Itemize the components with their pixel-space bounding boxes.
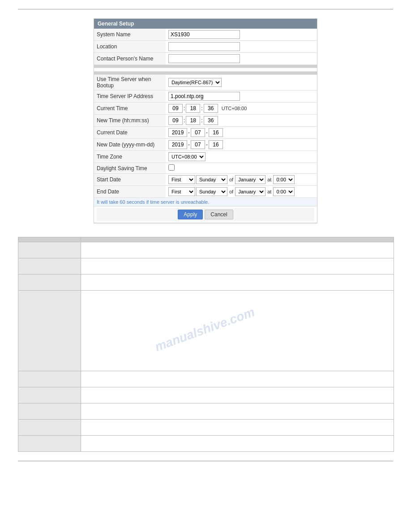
setup-table: System Name Location Contact Person's Na… [94,29,317,223]
new-date-label: New Date (yyyy-mm-dd) [94,139,166,151]
button-row: Apply Cancel [94,206,317,223]
ref-row-5 [18,371,394,387]
new-time-sep-2: : [201,117,202,124]
ref-row-7-col2 [81,403,394,420]
contact-value-cell [166,53,317,65]
start-day-select[interactable]: Sunday Monday Tuesday Wednesday Thursday… [196,175,227,184]
ref-row-9-col1 [18,436,81,452]
use-time-server-row: Use Time Server when Bootup Daytime(RFC-… [94,75,317,90]
ref-row-6 [18,387,394,403]
location-row: Location [94,41,317,53]
ref-row-9 [18,436,394,452]
location-value-cell [166,41,317,53]
system-name-label: System Name [94,29,166,41]
new-date-value-cell: - - [166,139,317,151]
end-day-select[interactable]: Sunday Monday Tuesday Wednesday Thursday… [196,187,227,196]
ref-table-wrapper [18,237,394,452]
new-date-day[interactable] [209,140,223,149]
bottom-divider [18,461,393,461]
contact-row: Contact Person's Name [94,53,317,65]
ref-row-8-col1 [18,420,81,436]
section-divider-row [94,65,317,68]
date-sep-2: - [206,129,208,136]
ref-row-1 [18,242,394,258]
use-time-server-select[interactable]: Daytime(RFC-867) NTP None [168,78,222,87]
ref-table-header-row [18,237,394,242]
location-input[interactable] [168,42,240,51]
current-time-sec[interactable] [204,104,218,113]
time-server-ip-label: Time Server IP Address [94,90,166,103]
apply-button[interactable]: Apply [178,210,203,219]
current-time-hour[interactable] [168,104,183,113]
new-time-label: New Time (hh:mm:ss) [94,115,166,127]
ref-row-2-col1 [18,258,81,275]
new-date-sep-2: - [206,142,208,148]
ref-row-2-col2 [81,258,394,275]
ref-col1-header [18,237,81,242]
location-label: Location [94,41,166,53]
new-time-min[interactable] [186,116,200,125]
ref-row-6-col1 [18,387,81,403]
new-date-row: New Date (yyyy-mm-dd) - - [94,139,317,151]
ref-col2-header [81,237,394,242]
time-server-ip-row: Time Server IP Address [94,90,317,103]
new-date-sep-1: - [188,142,190,148]
system-name-input[interactable] [168,30,240,39]
start-date-label: Start Date [94,174,166,186]
new-time-sec[interactable] [204,116,218,125]
time-server-ip-input[interactable] [168,92,240,101]
ref-row-1-col2 [81,242,394,258]
end-date-value-cell: First Second Third Fourth Last Sunday Mo… [166,186,317,198]
panel-header: General Setup [94,19,317,29]
dst-value-cell [166,163,317,174]
start-month-select[interactable]: January February March April May June Ju… [235,175,265,184]
ref-row-6-col2 [81,387,394,403]
current-date-year[interactable] [168,128,187,137]
ref-row-1-col1 [18,242,81,258]
timezone-select[interactable]: UTC+08:00 UTC+00:00 [168,152,206,161]
current-date-value-cell: - - [166,127,317,139]
ref-row-3-col1 [18,275,81,291]
current-time-min[interactable] [186,104,200,113]
ref-table [18,237,394,452]
ref-row-4-col2 [81,291,394,371]
ref-row-2 [18,258,394,275]
current-date-month[interactable] [191,128,205,137]
current-time-label: Current Time [94,103,166,115]
timezone-row: Time Zone UTC+08:00 UTC+00:00 [94,151,317,163]
warning-row: It will take 60 seconds if time server i… [94,198,317,206]
end-occurrence-select[interactable]: First Second Third Fourth Last [168,187,195,196]
top-divider [18,9,393,9]
new-date-year[interactable] [168,140,187,149]
end-time-select[interactable]: 0:00 1:00 2:00 [273,187,295,196]
current-date-label: Current Date [94,127,166,139]
timezone-label: Time Zone [94,151,166,163]
ref-row-3-col2 [81,275,394,291]
new-date-month[interactable] [191,140,205,149]
dst-row: Daylight Saving Time [94,163,317,174]
dst-label: Daylight Saving Time [94,163,166,174]
current-time-tz: UTC+08:00 [222,106,247,111]
ref-row-4-col1 [18,291,81,371]
current-date-day[interactable] [209,128,223,137]
start-time-select[interactable]: 0:00 1:00 2:00 [273,175,295,184]
start-occurrence-select[interactable]: First Second Third Fourth Last [168,175,195,184]
new-time-value-cell: : : [166,115,317,127]
end-of-label: of [229,189,233,194]
new-time-hour[interactable] [168,116,183,125]
dst-checkbox[interactable] [168,164,175,171]
use-time-server-value-cell: Daytime(RFC-867) NTP None [166,75,317,90]
ref-row-3 [18,275,394,291]
section-divider [94,65,317,68]
general-setup-panel: General Setup System Name Location [94,18,317,223]
end-month-select[interactable]: January February March April May June Ju… [235,187,265,196]
system-name-row: System Name [94,29,317,41]
start-date-value-cell: First Second Third Fourth Last Sunday Mo… [166,174,317,186]
cancel-button[interactable]: Cancel [205,210,233,219]
ref-row-4 [18,291,394,371]
contact-label: Contact Person's Name [94,53,166,65]
ref-row-5-col2 [81,371,394,387]
ref-row-5-col1 [18,371,81,387]
contact-input[interactable] [168,54,240,63]
ref-row-9-col2 [81,436,394,452]
